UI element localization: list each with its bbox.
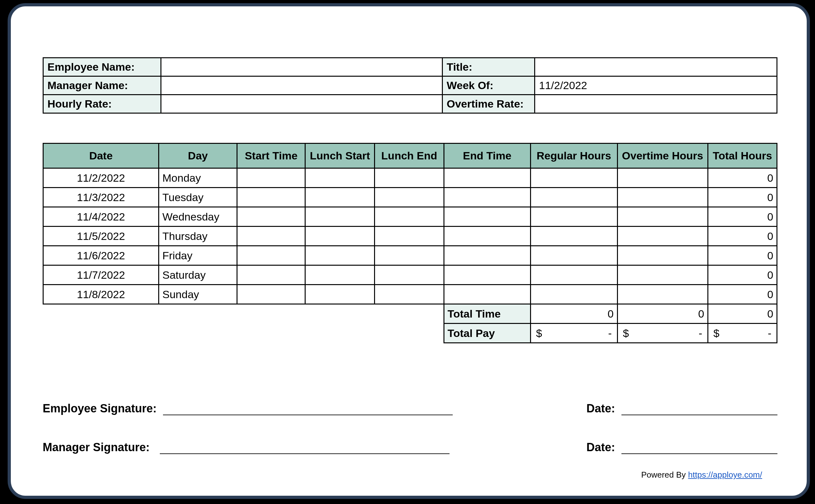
cell-day: Monday — [159, 168, 237, 188]
cell-total: 0 — [708, 285, 777, 304]
cell-overtime[interactable] — [617, 168, 708, 188]
cell-lunch-start[interactable] — [305, 207, 375, 227]
col-date: Date — [43, 143, 159, 168]
table-row: 11/6/2022 Friday 0 — [43, 246, 777, 265]
col-lunch-end: Lunch End — [375, 143, 444, 168]
table-row: 11/4/2022 Wednesday 0 — [43, 207, 777, 227]
total-time-regular: 0 — [531, 304, 617, 324]
col-day: Day — [159, 143, 237, 168]
cell-regular[interactable] — [531, 227, 617, 246]
cell-overtime[interactable] — [617, 188, 708, 207]
cell-lunch-end[interactable] — [375, 265, 444, 285]
week-of-value[interactable]: 11/2/2022 — [535, 76, 777, 95]
cell-regular[interactable] — [531, 207, 617, 227]
cell-total: 0 — [708, 246, 777, 265]
cell-lunch-end[interactable] — [375, 227, 444, 246]
signature-section: Employee Signature: Date: Manager Signat… — [43, 402, 777, 454]
title-label: Title: — [443, 58, 535, 76]
powered-by-link[interactable]: https://apploye.com/ — [688, 470, 762, 479]
col-start-time: Start Time — [237, 143, 305, 168]
cell-lunch-start[interactable] — [305, 227, 375, 246]
title-value[interactable] — [535, 58, 777, 76]
cell-overtime[interactable] — [617, 207, 708, 227]
currency-value: - — [768, 327, 771, 339]
cell-total: 0 — [708, 168, 777, 188]
cell-lunch-start[interactable] — [305, 265, 375, 285]
cell-lunch-end[interactable] — [375, 285, 444, 304]
employee-date-line[interactable] — [622, 404, 777, 415]
cell-day: Saturday — [159, 265, 237, 285]
currency-symbol: $ — [536, 327, 542, 339]
cell-overtime[interactable] — [617, 285, 708, 304]
cell-total: 0 — [708, 207, 777, 227]
employee-name-value[interactable] — [161, 58, 443, 76]
table-row: 11/8/2022 Sunday 0 — [43, 285, 777, 304]
overtime-rate-value[interactable] — [535, 95, 777, 113]
cell-regular[interactable] — [531, 246, 617, 265]
cell-start[interactable] — [237, 285, 305, 304]
cell-end[interactable] — [444, 265, 531, 285]
cell-regular[interactable] — [531, 265, 617, 285]
cell-regular[interactable] — [531, 285, 617, 304]
cell-total: 0 — [708, 188, 777, 207]
timesheet-card: Employee Name: Title: Manager Name: Week… — [8, 3, 810, 499]
col-regular-hours: Regular Hours — [531, 143, 617, 168]
cell-regular[interactable] — [531, 168, 617, 188]
cell-total: 0 — [708, 265, 777, 285]
cell-regular[interactable] — [531, 188, 617, 207]
cell-start[interactable] — [237, 188, 305, 207]
timesheet-table: Date Day Start Time Lunch Start Lunch En… — [43, 143, 777, 343]
cell-lunch-end[interactable] — [375, 188, 444, 207]
table-row: 11/3/2022 Tuesday 0 — [43, 188, 777, 207]
col-end-time: End Time — [444, 143, 531, 168]
manager-signature-line[interactable] — [160, 443, 450, 454]
cell-lunch-end[interactable] — [375, 246, 444, 265]
info-table: Employee Name: Title: Manager Name: Week… — [43, 57, 777, 114]
blank-cell — [43, 304, 444, 324]
cell-overtime[interactable] — [617, 246, 708, 265]
employee-name-label: Employee Name: — [43, 58, 161, 76]
cell-start[interactable] — [237, 246, 305, 265]
total-pay-label: Total Pay — [444, 324, 531, 343]
cell-start[interactable] — [237, 207, 305, 227]
cell-start[interactable] — [237, 168, 305, 188]
overtime-rate-label: Overtime Rate: — [443, 95, 535, 113]
col-lunch-start: Lunch Start — [305, 143, 375, 168]
total-time-overtime: 0 — [617, 304, 708, 324]
cell-overtime[interactable] — [617, 227, 708, 246]
total-pay-regular: $ - — [531, 324, 617, 343]
currency-value: - — [608, 327, 612, 339]
cell-lunch-start[interactable] — [305, 246, 375, 265]
cell-date: 11/3/2022 — [43, 188, 159, 207]
cell-lunch-end[interactable] — [375, 207, 444, 227]
manager-signature-row: Manager Signature: Date: — [43, 441, 777, 454]
cell-lunch-start[interactable] — [305, 168, 375, 188]
cell-date: 11/8/2022 — [43, 285, 159, 304]
manager-date-line[interactable] — [622, 443, 777, 454]
cell-end[interactable] — [444, 227, 531, 246]
cell-lunch-end[interactable] — [375, 168, 444, 188]
employee-signature-line[interactable] — [163, 404, 453, 415]
cell-lunch-start[interactable] — [305, 188, 375, 207]
content-wrapper: Employee Name: Title: Manager Name: Week… — [11, 6, 807, 492]
cell-overtime[interactable] — [617, 265, 708, 285]
total-time-total: 0 — [708, 304, 777, 324]
cell-end[interactable] — [444, 246, 531, 265]
total-time-row: Total Time 0 0 0 — [43, 304, 777, 324]
cell-date: 11/7/2022 — [43, 265, 159, 285]
manager-name-value[interactable] — [161, 76, 443, 95]
cell-end[interactable] — [444, 168, 531, 188]
cell-end[interactable] — [444, 207, 531, 227]
cell-start[interactable] — [237, 227, 305, 246]
total-pay-overtime: $ - — [617, 324, 708, 343]
powered-by-text: Powered By — [641, 470, 688, 479]
manager-date-label: Date: — [587, 441, 615, 454]
hourly-rate-value[interactable] — [161, 95, 443, 113]
cell-end[interactable] — [444, 188, 531, 207]
cell-end[interactable] — [444, 285, 531, 304]
col-overtime-hours: Overtime Hours — [617, 143, 708, 168]
cell-day: Tuesday — [159, 188, 237, 207]
cell-day: Wednesday — [159, 207, 237, 227]
cell-start[interactable] — [237, 265, 305, 285]
cell-lunch-start[interactable] — [305, 285, 375, 304]
